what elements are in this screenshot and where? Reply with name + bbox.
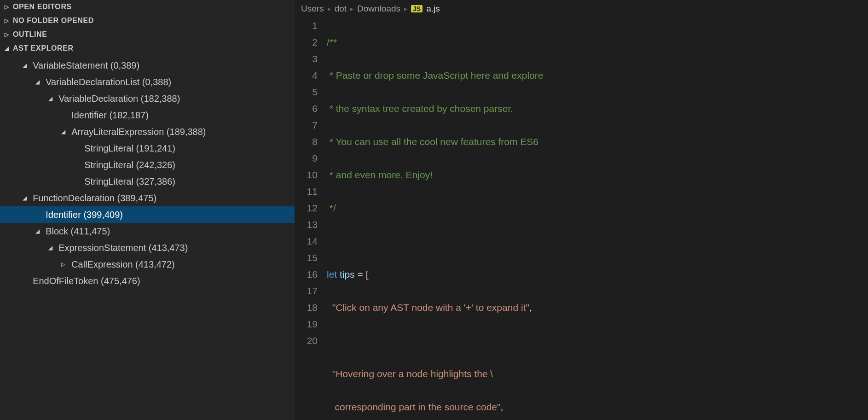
- line-number: 16: [295, 266, 318, 283]
- sidebar: ▷ OPEN EDITORS ▷ NO FOLDER OPENED ▷ OUTL…: [0, 0, 295, 420]
- ast-node-label: StringLiteral (327,386): [84, 176, 175, 187]
- line-number: 20: [295, 332, 318, 349]
- ast-node-label: VariableDeclarationList (0,388): [46, 77, 171, 88]
- line-number: 19: [295, 316, 318, 332]
- line-number: 4: [295, 67, 318, 84]
- chevron-right-icon: ▷: [5, 4, 10, 10]
- section-outline[interactable]: ▷ OUTLINE: [0, 28, 295, 41]
- ast-node-label: Block (411,475): [46, 226, 110, 237]
- line-number: 12: [295, 200, 318, 216]
- editor-pane: Users ▸ dot ▸ Downloads ▸ JS a.js 123456…: [295, 0, 868, 420]
- ast-node[interactable]: ◢ VariableStatement (0,389): [0, 57, 295, 74]
- ast-node[interactable]: Identifier (182,187): [0, 107, 295, 123]
- chevron-down-icon: ◢: [21, 62, 28, 69]
- line-number: 17: [295, 283, 318, 299]
- chevron-none: [21, 278, 28, 284]
- ast-node-label: ArrayLiteralExpression (189,388): [71, 127, 206, 137]
- chevron-right-icon: ▷: [5, 18, 10, 24]
- ast-node-label: StringLiteral (191,241): [84, 143, 175, 154]
- section-label: AST EXPLORER: [13, 44, 74, 52]
- ast-node-label: VariableDeclaration (182,388): [58, 93, 180, 104]
- section-label: OPEN EDITORS: [13, 3, 72, 11]
- code-token: let: [327, 269, 337, 280]
- line-number: 5: [295, 84, 318, 100]
- line-gutter: 1234567891011121314151617181920: [295, 18, 327, 420]
- chevron-none: [73, 178, 79, 185]
- breadcrumb-part[interactable]: dot: [335, 4, 347, 14]
- ast-node-label: ExpressionStatement (413,473): [58, 243, 188, 253]
- line-number: 13: [295, 216, 318, 233]
- chevron-down-icon: ◢: [5, 45, 10, 52]
- ast-node[interactable]: ◢ FunctionDeclaration (389,475): [0, 190, 295, 206]
- chevron-right-icon: ▷: [60, 261, 66, 268]
- chevron-right-icon: ▸: [328, 5, 331, 12]
- line-number: 14: [295, 233, 318, 250]
- chevron-down-icon: ◢: [34, 228, 41, 234]
- chevron-down-icon: ◢: [34, 79, 41, 85]
- code-token: = [: [355, 269, 369, 280]
- code-token: "Click on any AST node with a '+' to exp…: [332, 302, 529, 313]
- ast-node[interactable]: ◢ VariableDeclarationList (0,388): [0, 74, 295, 90]
- ast-node-label: EndOfFileToken (475,476): [33, 276, 140, 286]
- breadcrumb-file[interactable]: a.js: [426, 4, 440, 14]
- breadcrumb-part[interactable]: Users: [301, 4, 324, 14]
- breadcrumb[interactable]: Users ▸ dot ▸ Downloads ▸ JS a.js: [295, 0, 868, 18]
- ast-node[interactable]: Identifier (399,409): [0, 206, 295, 223]
- chevron-down-icon: ◢: [47, 95, 53, 102]
- code-token: * You can use all the cool new features …: [327, 136, 538, 147]
- section-ast-explorer[interactable]: ◢ AST EXPLORER: [0, 41, 295, 55]
- js-file-icon: JS: [411, 5, 422, 12]
- ast-node-label: CallExpression (413,472): [71, 259, 175, 270]
- chevron-none: [73, 145, 79, 152]
- breadcrumb-part[interactable]: Downloads: [357, 4, 400, 14]
- ast-node-label: Identifier (399,409): [46, 210, 123, 220]
- line-number: 7: [295, 117, 318, 134]
- ast-node[interactable]: ◢ ArrayLiteralExpression (189,388): [0, 123, 295, 140]
- ast-tree: ◢ VariableStatement (0,389)◢ VariableDec…: [0, 55, 295, 295]
- line-number: 18: [295, 299, 318, 316]
- chevron-none: [73, 162, 79, 168]
- line-number: 10: [295, 167, 318, 183]
- line-number: 3: [295, 51, 318, 67]
- code-area[interactable]: 1234567891011121314151617181920 /** * Pa…: [295, 18, 868, 420]
- code-token: * and even more. Enjoy!: [327, 169, 433, 180]
- code-token: ,: [501, 402, 503, 412]
- line-number: 6: [295, 100, 318, 117]
- ast-node[interactable]: ◢ VariableDeclaration (182,388): [0, 90, 295, 107]
- chevron-right-icon: ▸: [350, 5, 353, 12]
- section-open-editors[interactable]: ▷ OPEN EDITORS: [0, 0, 295, 14]
- line-number: 11: [295, 183, 318, 200]
- code-token: * the syntax tree created by chosen pars…: [327, 103, 513, 114]
- ast-node[interactable]: ◢ ExpressionStatement (413,473): [0, 239, 295, 256]
- chevron-down-icon: ◢: [21, 195, 28, 201]
- code-token: "Hovering over a node highlights the \: [332, 368, 493, 379]
- ast-node-label: Identifier (182,187): [71, 110, 149, 121]
- ast-node-label: FunctionDeclaration (389,475): [33, 193, 156, 204]
- ast-node[interactable]: StringLiteral (327,386): [0, 173, 295, 190]
- section-no-folder[interactable]: ▷ NO FOLDER OPENED: [0, 14, 295, 28]
- section-label: NO FOLDER OPENED: [13, 17, 94, 25]
- line-number: 8: [295, 134, 318, 150]
- chevron-right-icon: ▷: [5, 31, 10, 38]
- chevron-down-icon: ◢: [60, 128, 66, 135]
- ast-node[interactable]: EndOfFileToken (475,476): [0, 273, 295, 289]
- chevron-down-icon: ◢: [47, 245, 53, 251]
- code-token: ,: [529, 302, 532, 313]
- ast-node-label: StringLiteral (242,326): [84, 160, 175, 170]
- code-content[interactable]: /** * Paste or drop some JavaScript here…: [327, 18, 868, 420]
- line-number: 1: [295, 18, 318, 34]
- code-token: * Paste or drop some JavaScript here and…: [327, 70, 543, 81]
- line-number: 15: [295, 250, 318, 266]
- ast-node[interactable]: ▷ CallExpression (413,472): [0, 256, 295, 273]
- chevron-right-icon: ▸: [404, 5, 407, 12]
- ast-node[interactable]: StringLiteral (242,326): [0, 157, 295, 173]
- ast-node[interactable]: ◢ Block (411,475): [0, 223, 295, 239]
- section-label: OUTLINE: [13, 30, 47, 39]
- code-token: */: [327, 203, 336, 213]
- line-number: 9: [295, 150, 318, 167]
- chevron-none: [60, 112, 66, 118]
- code-token: /**: [327, 37, 337, 47]
- code-token: tips: [340, 269, 355, 280]
- ast-node-label: VariableStatement (0,389): [33, 60, 139, 71]
- ast-node[interactable]: StringLiteral (191,241): [0, 140, 295, 157]
